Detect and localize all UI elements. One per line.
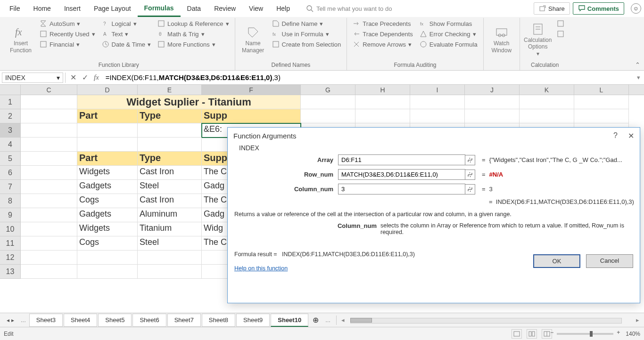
cell[interactable]: [77, 251, 138, 265]
define-name-button[interactable]: Define Name ▾: [269, 19, 344, 28]
tell-me-search[interactable]: Tell me what you want to do: [306, 5, 392, 12]
watch-window-button[interactable]: Watch Window: [487, 19, 517, 61]
name-box[interactable]: INDEX ▾: [2, 73, 63, 83]
cell[interactable]: [21, 95, 77, 109]
col-head-k[interactable]: K: [520, 85, 574, 95]
cell[interactable]: [21, 152, 77, 166]
range-selector-icon[interactable]: [465, 155, 475, 165]
fx-icon[interactable]: fx: [94, 73, 99, 81]
help-on-function-link[interactable]: Help on this function: [234, 265, 288, 272]
cell[interactable]: [21, 138, 77, 152]
row-head-12[interactable]: 12: [0, 251, 21, 265]
range-selector-icon[interactable]: [465, 184, 475, 194]
formula-input[interactable]: =INDEX(D6:F11,MATCH(D3&E3,D6:D11&E6:E11,…: [104, 73, 633, 82]
tab-review[interactable]: Review: [207, 1, 242, 16]
col-head-e[interactable]: E: [138, 85, 202, 95]
feedback-smiley-icon[interactable]: ☺: [631, 3, 641, 14]
row-head-10[interactable]: 10: [0, 222, 21, 236]
cell[interactable]: [520, 109, 574, 123]
recently-used-button[interactable]: Recently Used ▾: [37, 29, 98, 39]
row-head-7[interactable]: 7: [0, 180, 21, 194]
col-head-l[interactable]: L: [574, 85, 629, 95]
normal-view-icon[interactable]: [512, 329, 522, 339]
zoom-slider[interactable]: [557, 333, 613, 335]
cancel-button[interactable]: Cancel: [586, 254, 633, 268]
row-head-8[interactable]: 8: [0, 194, 21, 208]
cell[interactable]: [21, 251, 77, 265]
add-sheet-button[interactable]: ⊕: [309, 314, 322, 326]
cell[interactable]: [574, 109, 629, 123]
autosum-button[interactable]: AutoSum ▾: [37, 19, 98, 28]
cell[interactable]: [301, 109, 355, 123]
cell[interactable]: [520, 95, 574, 109]
trace-dependents-button[interactable]: Trace Dependents: [350, 29, 415, 39]
cell[interactable]: [410, 109, 465, 123]
cell[interactable]: [355, 109, 410, 123]
remove-arrows-button[interactable]: Remove Arrows ▾: [350, 40, 415, 49]
arg-input-column_num[interactable]: [338, 184, 465, 194]
sheet-tab-sheet5[interactable]: Sheet5: [98, 314, 132, 327]
cell[interactable]: [21, 194, 77, 208]
range-selector-icon[interactable]: [465, 170, 475, 180]
sheet-tab-sheet10[interactable]: Sheet10: [271, 314, 308, 327]
cell[interactable]: [574, 95, 629, 109]
sheet-tab-sheet8[interactable]: Sheet8: [202, 314, 235, 327]
cell[interactable]: Type: [138, 109, 202, 123]
sheet-ellipsis[interactable]: ...: [18, 316, 29, 324]
cell[interactable]: Cogs: [77, 236, 138, 251]
arg-input-array[interactable]: [338, 154, 465, 165]
calc-sheet-button[interactable]: [554, 29, 567, 39]
sheet-scroll-right[interactable]: ▸: [634, 316, 641, 324]
tab-formulas[interactable]: Formulas: [138, 0, 181, 17]
cell[interactable]: [21, 166, 77, 180]
trace-precedents-button[interactable]: Trace Precedents: [350, 19, 415, 28]
cell[interactable]: [21, 222, 77, 236]
tab-file[interactable]: File: [3, 1, 27, 16]
cell[interactable]: Gadgets: [77, 180, 138, 194]
cell[interactable]: [21, 109, 77, 123]
use-in-formula-button[interactable]: fxUse in Formula ▾: [269, 29, 344, 39]
cell[interactable]: [138, 138, 202, 152]
cell[interactable]: [465, 95, 520, 109]
collapse-ribbon-icon[interactable]: ⌃: [635, 61, 640, 68]
arg-input-row_num[interactable]: [338, 169, 465, 180]
col-head-g[interactable]: G: [301, 85, 355, 95]
comments-button[interactable]: Comments: [573, 2, 624, 15]
tab-help[interactable]: Help: [270, 1, 297, 16]
cell[interactable]: [21, 265, 77, 279]
cell[interactable]: Steel: [138, 180, 202, 194]
row-head-6[interactable]: 6: [0, 166, 21, 180]
date-time-button[interactable]: Date & Time ▾: [99, 40, 154, 49]
calc-now-button[interactable]: [554, 19, 567, 28]
cell[interactable]: Widgets: [77, 166, 138, 180]
tab-insert[interactable]: Insert: [58, 1, 87, 16]
col-head-c[interactable]: C: [21, 85, 77, 95]
cell[interactable]: [77, 138, 138, 152]
cell[interactable]: Part: [77, 152, 138, 166]
logical-button[interactable]: ?Logical ▾: [99, 19, 154, 28]
cell[interactable]: [21, 208, 77, 222]
cell[interactable]: Type: [138, 152, 202, 166]
show-formulas-button[interactable]: fxShow Formulas: [417, 19, 480, 28]
cell[interactable]: Cogs: [77, 194, 138, 208]
math-trig-button[interactable]: θMath & Trig ▾: [155, 29, 232, 39]
cell[interactable]: [138, 123, 202, 138]
sheet-nav-arrows[interactable]: ◂▸: [3, 317, 18, 324]
sheet-ellipsis-2[interactable]: ...: [322, 316, 333, 324]
tab-data[interactable]: Data: [181, 1, 208, 16]
close-icon[interactable]: ✕: [628, 131, 634, 140]
cancel-formula-icon[interactable]: ✕: [70, 73, 76, 82]
calculation-options-button[interactable]: Calculation Options ▾: [523, 19, 553, 61]
sheet-tab-sheet3[interactable]: Sheet3: [29, 314, 63, 327]
col-head-d[interactable]: D: [77, 85, 138, 95]
row-head-11[interactable]: 11: [0, 236, 21, 251]
name-manager-button[interactable]: Name Manager: [238, 19, 268, 61]
cell[interactable]: [410, 95, 465, 109]
financial-button[interactable]: Financial ▾: [37, 40, 98, 49]
evaluate-formula-button[interactable]: Evaluate Formula: [417, 40, 480, 49]
tab-page-layout[interactable]: Page Layout: [87, 1, 138, 16]
cell[interactable]: Gadgets: [77, 208, 138, 222]
sheet-tab-sheet9[interactable]: Sheet9: [236, 314, 270, 327]
cell[interactable]: [21, 123, 77, 138]
text-button[interactable]: AText ▾: [99, 29, 154, 39]
